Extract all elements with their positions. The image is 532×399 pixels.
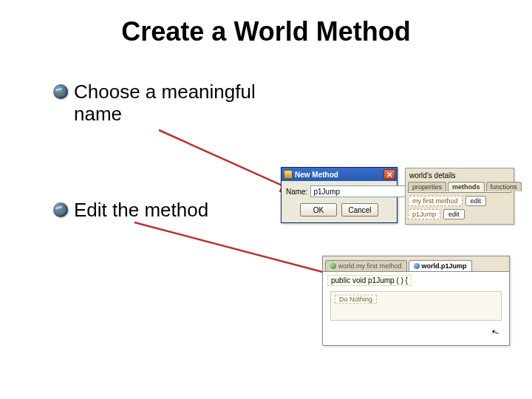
method-editor: world.my first method world.p1Jump publi… — [322, 256, 510, 346]
tab-functions[interactable]: functions — [486, 182, 522, 191]
app-icon — [284, 170, 293, 179]
new-method-dialog: New Method ✕ Name: OK Cancel — [281, 167, 398, 223]
globe-icon — [53, 84, 68, 99]
edit-button[interactable]: edit — [443, 209, 465, 219]
close-icon[interactable]: ✕ — [383, 169, 395, 180]
dialog-titlebar[interactable]: New Method ✕ — [282, 168, 397, 181]
dot-icon — [330, 263, 336, 269]
do-nothing-chip: Do Nothing — [335, 295, 377, 304]
method-name-input[interactable] — [310, 185, 410, 197]
ok-button[interactable]: OK — [300, 203, 337, 216]
dot-icon — [414, 263, 420, 269]
bullet-2-text: Edit the method — [74, 200, 208, 222]
cursor-icon: ↖ — [490, 327, 500, 339]
worlds-details-panel: world's details properties methods funct… — [405, 168, 514, 225]
editor-tab-inactive[interactable]: world.my first method — [325, 260, 407, 271]
details-tabs: properties methods functions — [408, 182, 511, 191]
tab-properties[interactable]: properties — [408, 182, 446, 191]
bullet-1-text: Choose a meaningful name — [74, 81, 266, 126]
editor-tab-label: world.my first method — [338, 262, 402, 270]
method-chip[interactable]: p1Jump — [408, 209, 440, 219]
method-row-1: my first method edit — [408, 196, 511, 206]
cancel-button[interactable]: Cancel — [341, 203, 378, 216]
globe-icon — [53, 202, 68, 217]
method-signature: public void p1Jump ( ) { — [327, 275, 412, 286]
editor-tabstrip: world.my first method world.p1Jump — [323, 256, 509, 272]
svg-line-2 — [134, 222, 342, 277]
editor-tab-active[interactable]: world.p1Jump — [409, 260, 472, 271]
editor-tab-label: world.p1Jump — [422, 262, 467, 270]
editor-body[interactable]: public void p1Jump ( ) { Do Nothing ↖ — [323, 272, 509, 345]
tab-methods[interactable]: methods — [448, 182, 485, 191]
slide-title: Create a World Method — [0, 16, 532, 47]
bullet-1: Choose a meaningful name — [53, 81, 266, 126]
method-row-2: p1Jump edit — [408, 209, 511, 219]
name-label: Name: — [286, 188, 307, 196]
method-chip[interactable]: my first method — [408, 196, 463, 206]
edit-button[interactable]: edit — [466, 196, 487, 206]
dialog-title: New Method — [295, 171, 381, 179]
bullet-2: Edit the method — [53, 200, 208, 222]
method-body-box[interactable]: Do Nothing — [330, 291, 502, 321]
svg-line-1 — [159, 130, 297, 192]
details-heading: world's details — [408, 171, 511, 182]
